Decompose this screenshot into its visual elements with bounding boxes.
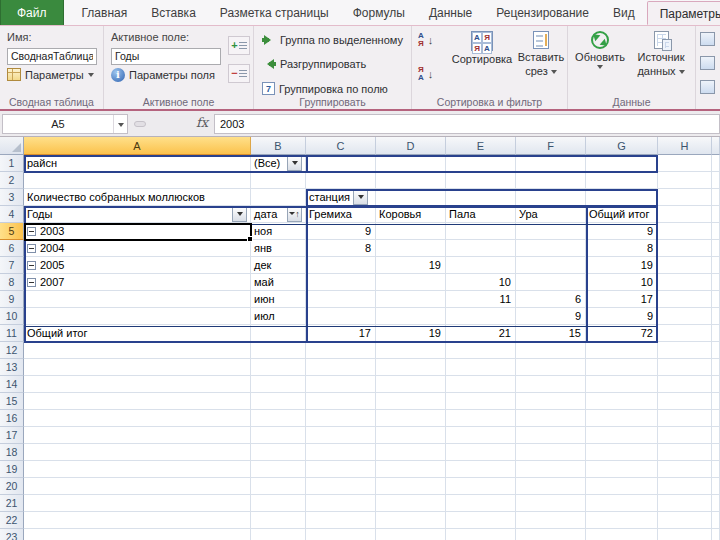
cell-partial-19[interactable] (712, 461, 720, 478)
pivot-name-input[interactable] (7, 48, 97, 65)
cell-H23[interactable] (658, 529, 712, 540)
cell-C15[interactable] (306, 393, 376, 410)
cell-C5[interactable]: 9 (306, 223, 376, 240)
select-icon[interactable] (700, 56, 715, 70)
row-header-8[interactable]: 8 (0, 274, 24, 291)
row-header-14[interactable]: 14 (0, 376, 24, 393)
cell-G13[interactable] (586, 359, 658, 376)
cell-C16[interactable] (306, 410, 376, 427)
cell-B22[interactable] (251, 512, 306, 529)
cell-D7[interactable]: 19 (376, 257, 446, 274)
clear-icon[interactable] (700, 32, 715, 46)
cell-B17[interactable] (251, 427, 306, 444)
cell-G5[interactable]: 9 (586, 223, 658, 240)
cell-partial-20[interactable] (712, 478, 720, 495)
sort-descending-button[interactable]: ЯА ↓ (418, 66, 433, 82)
cell-E11[interactable]: 21 (446, 325, 516, 342)
cell-G23[interactable] (586, 529, 658, 540)
insert-function-icon[interactable]: fx (196, 115, 208, 130)
cell-H16[interactable] (658, 410, 712, 427)
cell-E8[interactable]: 10 (446, 274, 516, 291)
cell-A23[interactable] (24, 529, 251, 540)
cell-partial-18[interactable] (712, 444, 720, 461)
cell-D9[interactable] (376, 291, 446, 308)
column-header-B[interactable]: B (251, 137, 306, 155)
formula-bar-splitter[interactable] (134, 121, 146, 127)
cell-partial-13[interactable] (712, 359, 720, 376)
column-header-E[interactable]: E (446, 137, 516, 155)
cell-H6[interactable] (658, 240, 712, 257)
cell-F9[interactable]: 6 (516, 291, 586, 308)
cell-H19[interactable] (658, 461, 712, 478)
cell-C3[interactable]: станция (306, 189, 376, 206)
pivot-options-button[interactable]: Параметры (7, 68, 94, 81)
group-field-button[interactable]: 7 Группировка по полю (262, 82, 388, 95)
column-header-H[interactable]: H (658, 137, 712, 155)
select-all-corner[interactable] (0, 137, 24, 155)
tab-data[interactable]: Данные (417, 1, 484, 25)
cell-H9[interactable] (658, 291, 712, 308)
cell-A11[interactable]: Общий итог (24, 325, 251, 342)
cell-B23[interactable] (251, 529, 306, 540)
cell-A2[interactable] (24, 172, 251, 189)
column-header-C[interactable]: C (306, 137, 376, 155)
row-header-11[interactable]: 11 (0, 325, 24, 342)
cell-E19[interactable] (446, 461, 516, 478)
cell-D8[interactable] (376, 274, 446, 291)
cell-partial-23[interactable] (712, 529, 720, 540)
field-settings-button[interactable]: i Параметры поля (111, 68, 215, 82)
cell-C10[interactable] (306, 308, 376, 325)
cell-partial-10[interactable] (712, 308, 720, 325)
cell-partial-9[interactable] (712, 291, 720, 308)
years-filter-dropdown[interactable] (232, 207, 247, 222)
cell-D15[interactable] (376, 393, 446, 410)
cell-partial-3[interactable] (712, 189, 720, 206)
collapse-field-button[interactable]: − (228, 64, 250, 83)
cell-B2[interactable] (251, 172, 306, 189)
tab-pivottable-options[interactable]: Параметры (647, 1, 720, 25)
cell-D1[interactable] (376, 155, 446, 172)
cell-A10[interactable] (24, 308, 251, 325)
cell-partial-7[interactable] (712, 257, 720, 274)
cell-G6[interactable]: 8 (586, 240, 658, 257)
cell-C13[interactable] (306, 359, 376, 376)
column-header-D[interactable]: D (376, 137, 446, 155)
row-header-7[interactable]: 7 (0, 257, 24, 274)
collapse-year-2007[interactable] (27, 278, 36, 287)
cell-B20[interactable] (251, 478, 306, 495)
cell-F19[interactable] (516, 461, 586, 478)
cell-B15[interactable] (251, 393, 306, 410)
cell-E18[interactable] (446, 444, 516, 461)
cell-C21[interactable] (306, 495, 376, 512)
cell-E23[interactable] (446, 529, 516, 540)
cell-F16[interactable] (516, 410, 586, 427)
cell-F23[interactable] (516, 529, 586, 540)
cell-B14[interactable] (251, 376, 306, 393)
column-header-F[interactable]: F (516, 137, 586, 155)
column-header-partial[interactable] (712, 137, 720, 155)
date-sort-filter-dropdown[interactable]: ↑ (287, 207, 302, 222)
cell-E7[interactable] (446, 257, 516, 274)
cell-C18[interactable] (306, 444, 376, 461)
cell-H1[interactable] (658, 155, 712, 172)
cell-E10[interactable] (446, 308, 516, 325)
cell-H18[interactable] (658, 444, 712, 461)
cell-A3[interactable]: Количество собранных моллюсков (24, 189, 251, 206)
cell-G21[interactable] (586, 495, 658, 512)
cell-A20[interactable] (24, 478, 251, 495)
cell-H8[interactable] (658, 274, 712, 291)
cell-B21[interactable] (251, 495, 306, 512)
name-box[interactable]: A5 (2, 114, 128, 134)
cell-D12[interactable] (376, 342, 446, 359)
cell-A17[interactable] (24, 427, 251, 444)
insert-slicer-button[interactable]: Вставить срез (516, 28, 566, 77)
row-header-21[interactable]: 21 (0, 495, 24, 512)
cell-G20[interactable] (586, 478, 658, 495)
cell-G4[interactable]: Общий итог (586, 206, 658, 223)
cell-E14[interactable] (446, 376, 516, 393)
cell-H15[interactable] (658, 393, 712, 410)
cell-G18[interactable] (586, 444, 658, 461)
change-data-source-button[interactable]: Источник данных (630, 28, 692, 77)
cell-D19[interactable] (376, 461, 446, 478)
cell-F22[interactable] (516, 512, 586, 529)
